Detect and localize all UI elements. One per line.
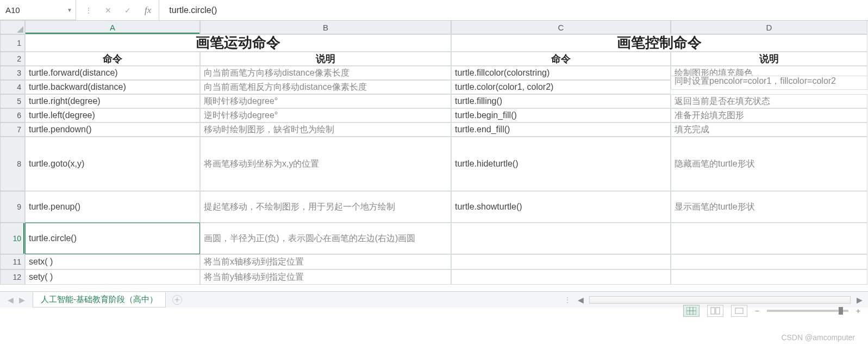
scroll-split-handle[interactable]: ⋮ — [564, 296, 572, 304]
title-left[interactable]: 画笔运动命令 — [25, 34, 451, 52]
cell-C5[interactable]: turtle.filling() — [451, 94, 671, 108]
row-header-5[interactable]: 5 — [0, 94, 25, 108]
sheet-tab-label: 人工智能-基础教育阶段（高中） — [41, 294, 158, 304]
row-header-10[interactable]: 10 — [0, 223, 25, 254]
sheet-tab-active[interactable]: 人工智能-基础教育阶段（高中） — [33, 292, 166, 308]
row-header-6[interactable]: 6 — [0, 108, 25, 122]
cell-C7[interactable]: turtle.end_fill() — [451, 122, 671, 137]
name-box[interactable]: A10 ▼ — [0, 0, 76, 20]
view-normal-button[interactable] — [683, 305, 700, 317]
select-all-corner[interactable] — [0, 21, 25, 34]
cell-A4[interactable]: turtle.backward(distance) — [25, 80, 200, 94]
horizontal-scrollbar[interactable] — [589, 296, 851, 304]
formula-value: turtle.circle() — [169, 5, 217, 15]
title-right[interactable]: 画笔控制命令 — [451, 34, 867, 52]
chevron-down-icon[interactable]: ▼ — [67, 7, 72, 13]
row-header-8[interactable]: 8 — [0, 137, 25, 191]
cell-A9[interactable]: turtle.penup() — [25, 191, 200, 223]
cell-B6[interactable]: 逆时针移动degree° — [200, 108, 451, 122]
cell-A7[interactable]: turtle.pendown() — [25, 122, 200, 137]
cell-B8[interactable]: 将画笔移动到坐标为x,y的位置 — [200, 137, 451, 191]
col-header-B[interactable]: B — [200, 21, 451, 34]
zoom-slider-thumb[interactable] — [839, 307, 843, 315]
cell-A8[interactable]: turtle.goto(x,y) — [25, 137, 200, 191]
cell-C8[interactable]: turtle.hideturtle() — [451, 137, 671, 191]
cell-B7[interactable]: 移动时绘制图形，缺省时也为绘制 — [200, 122, 451, 137]
col-header-C[interactable]: C — [451, 21, 671, 34]
cell-A11[interactable]: setx( ) — [25, 254, 200, 269]
cell-C11[interactable] — [451, 254, 671, 269]
cell-C6[interactable]: turtle.begin_fill() — [451, 108, 671, 122]
cell-C12[interactable] — [451, 269, 671, 285]
zoom-out-button[interactable]: − — [755, 306, 759, 315]
scroll-right-icon[interactable]: ▶ — [855, 296, 864, 304]
spreadsheet-grid[interactable]: ABCD1画笔运动命令画笔控制命令2命令说明命令说明3turtle.forwar… — [0, 21, 868, 285]
row-header-2[interactable]: 2 — [0, 52, 25, 66]
cell-D7[interactable]: 填充完成 — [671, 122, 867, 137]
sub-header-C[interactable]: 命令 — [451, 52, 671, 66]
row-header-3[interactable]: 3 — [0, 66, 25, 80]
row-header-7[interactable]: 7 — [0, 122, 25, 137]
name-box-value: A10 — [5, 5, 20, 15]
view-page-layout-button[interactable] — [707, 305, 723, 317]
zoom-in-button[interactable]: + — [856, 306, 860, 315]
cell-C9[interactable]: turtle.showturtle() — [451, 191, 671, 223]
row-header-11[interactable]: 11 — [0, 254, 25, 269]
cell-B5[interactable]: 顺时针移动degree° — [200, 94, 451, 108]
cell-A6[interactable]: turtle.left(degree) — [25, 108, 200, 122]
zoom-slider[interactable] — [767, 310, 848, 312]
row-header-12[interactable]: 12 — [0, 269, 25, 285]
tab-nav: ◀ ▶ — [0, 296, 33, 304]
col-header-D[interactable]: D — [671, 21, 867, 34]
cell-D5[interactable]: 返回当前是否在填充状态 — [671, 94, 867, 108]
cell-C4[interactable]: turtle.color(color1, color2) — [451, 80, 671, 94]
sub-header-B[interactable]: 说明 — [200, 52, 451, 66]
tab-next-icon[interactable]: ▶ — [19, 296, 25, 304]
row-header-4[interactable]: 4 — [0, 80, 25, 94]
cell-B10[interactable]: 画圆，半径为正(负)，表示圆心在画笔的左边(右边)画圆 — [200, 223, 451, 254]
cancel-icon[interactable]: ✕ — [103, 6, 113, 15]
svg-rect-5 — [716, 308, 720, 314]
cell-B4[interactable]: 向当前画笔相反方向移动distance像素长度 — [200, 80, 451, 94]
formula-tools: ⋮ ✕ ✓ fx — [76, 0, 159, 20]
formula-input[interactable]: turtle.circle() — [159, 5, 868, 15]
cell-D11[interactable] — [671, 254, 867, 269]
view-page-break-button[interactable] — [731, 305, 747, 317]
svg-rect-6 — [735, 308, 743, 314]
row-header-1[interactable]: 1 — [0, 34, 25, 52]
cell-D8[interactable]: 隐藏画笔的turtle形状 — [671, 137, 867, 191]
add-sheet-button[interactable]: + — [172, 295, 182, 305]
cell-A12[interactable]: sety( ) — [25, 269, 200, 285]
horizontal-scroll-region: ⋮ ◀ ▶ — [564, 296, 868, 304]
cell-B3[interactable]: 向当前画笔方向移动distance像素长度 — [200, 66, 451, 80]
cell-C10[interactable] — [451, 223, 671, 254]
confirm-icon[interactable]: ✓ — [123, 6, 133, 15]
cell-D10[interactable] — [671, 223, 867, 254]
cell-B9[interactable]: 提起笔移动，不绘制图形，用于另起一个地方绘制 — [200, 191, 451, 223]
cell-D12[interactable] — [671, 269, 867, 285]
cell-A3[interactable]: turtle.forward(distance) — [25, 66, 200, 80]
sub-header-A[interactable]: 命令 — [25, 52, 200, 66]
fx-icon[interactable]: fx — [145, 5, 151, 16]
svg-rect-4 — [711, 308, 715, 314]
cell-A10[interactable]: turtle.circle() — [25, 223, 200, 254]
cell-B11[interactable]: 将当前x轴移动到指定位置 — [200, 254, 451, 269]
formula-bar: A10 ▼ ⋮ ✕ ✓ fx turtle.circle() — [0, 0, 868, 21]
cell-D6[interactable]: 准备开始填充图形 — [671, 108, 867, 122]
col-header-A[interactable]: A — [25, 21, 200, 34]
row-header-9[interactable]: 9 — [0, 191, 25, 223]
cell-D9[interactable]: 显示画笔的turtle形状 — [671, 191, 867, 223]
cell-B12[interactable]: 将当前y轴移动到指定位置 — [200, 269, 451, 285]
cell-D4[interactable]: 同时设置pencolor=color1，fillcolor=color2 — [671, 76, 867, 90]
cell-A5[interactable]: turtle.right(degree) — [25, 94, 200, 108]
tab-prev-icon[interactable]: ◀ — [8, 296, 14, 304]
cell-C3[interactable]: turtle.fillcolor(colorstring) — [451, 66, 671, 80]
watermark: CSDN @amcomputer — [781, 333, 855, 342]
dots-icon[interactable]: ⋮ — [84, 6, 93, 15]
sub-header-D[interactable]: 说明 — [671, 52, 867, 66]
view-zoom-controls: − + — [683, 305, 860, 317]
scroll-left-icon[interactable]: ◀ — [576, 296, 585, 304]
